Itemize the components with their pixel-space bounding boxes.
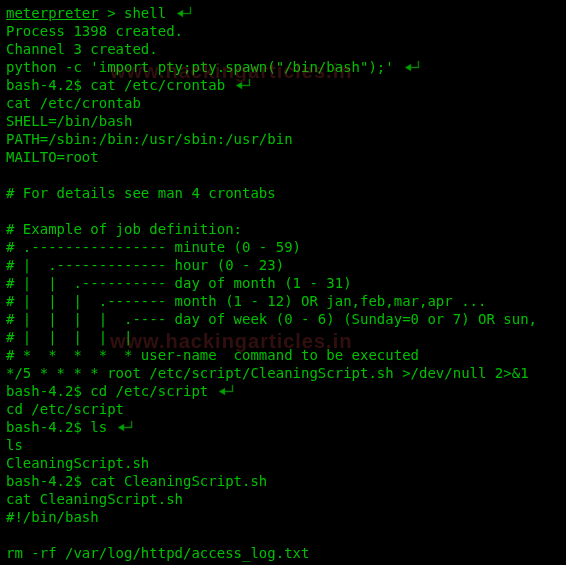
terminal-text: Process 1398 created.	[6, 22, 183, 40]
terminal-line: SHELL=/bin/bash	[6, 112, 560, 130]
terminal-text: CleaningScript.sh	[6, 454, 149, 472]
text-segment: cat /etc/crontab	[6, 95, 141, 111]
input-arrow-icon	[235, 77, 253, 93]
terminal-text: # | | .---------- day of month (1 - 31)	[6, 274, 352, 292]
text-segment: bash-4.2$ cat /etc/crontab	[6, 77, 225, 93]
terminal-text: PATH=/sbin:/bin:/usr/sbin:/usr/bin	[6, 130, 293, 148]
terminal-line: cat CleaningScript.sh	[6, 490, 560, 508]
input-arrow-icon	[404, 59, 422, 75]
terminal-line: # Example of job definition:	[6, 220, 560, 238]
terminal-line: #!/bin/bash	[6, 508, 560, 526]
text-segment: # .---------------- minute (0 - 59)	[6, 239, 301, 255]
terminal-text: cat CleaningScript.sh	[6, 490, 183, 508]
terminal-text: SHELL=/bin/bash	[6, 112, 132, 130]
terminal-text: # | | | | |	[6, 328, 132, 346]
terminal-text: # .---------------- minute (0 - 59)	[6, 238, 301, 256]
terminal-output: meterpreter > shellProcess 1398 created.…	[6, 4, 560, 562]
terminal-text: bash-4.2$ cat /etc/crontab	[6, 76, 225, 94]
terminal-line	[6, 166, 560, 184]
text-segment: # | | .---------- day of month (1 - 31)	[6, 275, 352, 291]
text-segment: # | | | .------- month (1 - 12) OR jan,f…	[6, 293, 486, 309]
terminal-line: CleaningScript.sh	[6, 454, 560, 472]
terminal-text: #!/bin/bash	[6, 508, 99, 526]
text-segment: python -c 'import pty;pty.spawn("/bin/ba…	[6, 59, 394, 75]
terminal-text: meterpreter > shell	[6, 4, 166, 22]
text-segment: # Example of job definition:	[6, 221, 242, 237]
input-arrow-icon	[117, 419, 135, 435]
text-segment: > shell	[99, 5, 166, 21]
terminal-text: MAILTO=root	[6, 148, 99, 166]
terminal-text: python -c 'import pty;pty.spawn("/bin/ba…	[6, 58, 394, 76]
terminal-text: bash-4.2$ cat CleaningScript.sh	[6, 472, 267, 490]
terminal-text: bash-4.2$ ls	[6, 418, 107, 436]
terminal-line: cat /etc/crontab	[6, 94, 560, 112]
terminal-text: ls	[6, 436, 23, 454]
terminal-line: # | | | | .---- day of week (0 - 6) (Sun…	[6, 310, 560, 328]
terminal-line: Channel 3 created.	[6, 40, 560, 58]
terminal-line: # | .------------- hour (0 - 23)	[6, 256, 560, 274]
text-segment: # | .------------- hour (0 - 23)	[6, 257, 284, 273]
text-segment: bash-4.2$ ls	[6, 419, 107, 435]
terminal-line	[6, 526, 560, 544]
text-segment: bash-4.2$ cat CleaningScript.sh	[6, 473, 267, 489]
terminal-line: rm -rf /var/log/httpd/access_log.txt	[6, 544, 560, 562]
terminal-line: PATH=/sbin:/bin:/usr/sbin:/usr/bin	[6, 130, 560, 148]
terminal-line: # | | | .------- month (1 - 12) OR jan,f…	[6, 292, 560, 310]
terminal-line: bash-4.2$ cd /etc/script	[6, 382, 560, 400]
text-segment: cat CleaningScript.sh	[6, 491, 183, 507]
terminal-text: */5 * * * * root /etc/script/CleaningScr…	[6, 364, 529, 382]
underlined-text: meterpreter	[6, 5, 99, 21]
terminal-line: MAILTO=root	[6, 148, 560, 166]
text-segment: rm -rf /var/log/httpd/access_log.txt	[6, 545, 309, 561]
terminal-text: # | | | .------- month (1 - 12) OR jan,f…	[6, 292, 486, 310]
terminal-line: # | | .---------- day of month (1 - 31)	[6, 274, 560, 292]
terminal-text: rm -rf /var/log/httpd/access_log.txt	[6, 544, 309, 562]
terminal-line: meterpreter > shell	[6, 4, 560, 22]
terminal-text: # For details see man 4 crontabs	[6, 184, 276, 202]
text-segment: */5 * * * * root /etc/script/CleaningScr…	[6, 365, 529, 381]
terminal-line: cd /etc/script	[6, 400, 560, 418]
terminal-line: Process 1398 created.	[6, 22, 560, 40]
terminal-text: # | | | | .---- day of week (0 - 6) (Sun…	[6, 310, 537, 328]
terminal-text: # | .------------- hour (0 - 23)	[6, 256, 284, 274]
terminal-line: bash-4.2$ ls	[6, 418, 560, 436]
text-segment: bash-4.2$ cd /etc/script	[6, 383, 208, 399]
text-segment: Process 1398 created.	[6, 23, 183, 39]
terminal-line: ls	[6, 436, 560, 454]
terminal-line: # | | | | |	[6, 328, 560, 346]
text-segment: # * * * * * user-name command to be exec…	[6, 347, 419, 363]
terminal-text: # * * * * * user-name command to be exec…	[6, 346, 419, 364]
terminal-line: */5 * * * * root /etc/script/CleaningScr…	[6, 364, 560, 382]
text-segment: Channel 3 created.	[6, 41, 158, 57]
terminal-line: # For details see man 4 crontabs	[6, 184, 560, 202]
terminal-line: # * * * * * user-name command to be exec…	[6, 346, 560, 364]
terminal-line: python -c 'import pty;pty.spawn("/bin/ba…	[6, 58, 560, 76]
terminal-text: bash-4.2$ cd /etc/script	[6, 382, 208, 400]
text-segment: MAILTO=root	[6, 149, 99, 165]
text-segment: # | | | | .---- day of week (0 - 6) (Sun…	[6, 311, 537, 327]
text-segment: # | | | | |	[6, 329, 132, 345]
terminal-text: # Example of job definition:	[6, 220, 242, 238]
terminal-line: bash-4.2$ cat CleaningScript.sh	[6, 472, 560, 490]
terminal-line: bash-4.2$ cat /etc/crontab	[6, 76, 560, 94]
terminal-line: # .---------------- minute (0 - 59)	[6, 238, 560, 256]
text-segment: cd /etc/script	[6, 401, 124, 417]
input-arrow-icon	[218, 383, 236, 399]
terminal-text: Channel 3 created.	[6, 40, 158, 58]
text-segment: # For details see man 4 crontabs	[6, 185, 276, 201]
text-segment: ls	[6, 437, 23, 453]
terminal-text: cd /etc/script	[6, 400, 124, 418]
text-segment: SHELL=/bin/bash	[6, 113, 132, 129]
text-segment: #!/bin/bash	[6, 509, 99, 525]
terminal-line	[6, 202, 560, 220]
input-arrow-icon	[176, 5, 194, 21]
text-segment: PATH=/sbin:/bin:/usr/sbin:/usr/bin	[6, 131, 293, 147]
terminal-text: cat /etc/crontab	[6, 94, 141, 112]
text-segment: CleaningScript.sh	[6, 455, 149, 471]
